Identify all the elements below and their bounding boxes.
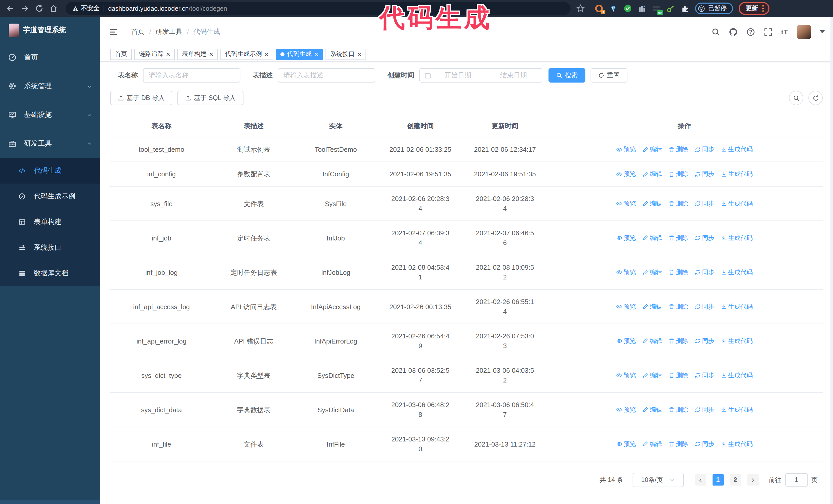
- row-action-link[interactable]: 生成代码: [720, 405, 753, 414]
- row-action-link[interactable]: 同步: [694, 199, 714, 209]
- browser-back-icon[interactable]: [6, 4, 15, 13]
- page-number-button[interactable]: 2: [730, 474, 741, 485]
- browser-home-icon[interactable]: [49, 4, 58, 13]
- tab-close-icon[interactable]: [166, 52, 170, 56]
- row-action-link[interactable]: 编辑: [642, 405, 662, 414]
- sidebar-item-db-doc[interactable]: 数据库文档: [0, 261, 100, 286]
- row-action-link[interactable]: 删除: [668, 267, 688, 277]
- row-action-link[interactable]: 删除: [668, 439, 688, 449]
- toggle-search-button[interactable]: [789, 91, 803, 105]
- security-warning[interactable]: 不安全: [72, 4, 99, 13]
- row-action-link[interactable]: 编辑: [642, 439, 662, 449]
- row-action-link[interactable]: 编辑: [642, 302, 662, 311]
- import-sql-button[interactable]: 基于 SQL 导入: [177, 91, 243, 105]
- avatar[interactable]: [797, 25, 811, 39]
- tab-close-icon[interactable]: [209, 52, 213, 56]
- sidebar-item-devtools[interactable]: 研发工具: [0, 129, 100, 158]
- row-action-link[interactable]: 生成代码: [720, 302, 753, 311]
- row-action-link[interactable]: 生成代码: [720, 267, 753, 277]
- row-action-link[interactable]: 预览: [616, 302, 636, 311]
- row-action-link[interactable]: 生成代码: [720, 199, 753, 209]
- row-action-link[interactable]: 预览: [616, 439, 636, 449]
- row-action-link[interactable]: 同步: [694, 169, 714, 179]
- profile-paused-badge[interactable]: 😲 已暂停: [695, 3, 733, 14]
- row-action-link[interactable]: 生成代码: [720, 370, 753, 380]
- row-action-link[interactable]: 预览: [616, 405, 636, 414]
- extension-columns-icon[interactable]: [638, 4, 646, 13]
- extension-key-icon[interactable]: [666, 4, 675, 13]
- tab[interactable]: 首页: [110, 48, 132, 60]
- tab[interactable]: 系统接口: [326, 48, 366, 60]
- row-action-link[interactable]: 生成代码: [720, 336, 753, 346]
- row-action-link[interactable]: 生成代码: [720, 145, 753, 154]
- browser-update-button[interactable]: 更新: [738, 2, 769, 15]
- extensions-puzzle-icon[interactable]: [681, 4, 689, 13]
- sidebar-item-form-builder[interactable]: 表单构建: [0, 209, 100, 235]
- browser-forward-icon[interactable]: [21, 4, 29, 13]
- row-action-link[interactable]: 同步: [694, 267, 714, 277]
- tab[interactable]: 链路追踪: [134, 48, 175, 60]
- reset-button[interactable]: 重置: [591, 68, 627, 82]
- tab[interactable]: 代码生成示例: [220, 48, 273, 60]
- row-action-link[interactable]: 编辑: [642, 336, 662, 346]
- sidebar-item-home[interactable]: 首页: [0, 43, 100, 72]
- sidebar-item-codegen-example[interactable]: 代码生成示例: [0, 184, 100, 209]
- sidebar-item-system[interactable]: 系统管理: [0, 72, 100, 100]
- table-name-input[interactable]: 请输入表名称: [143, 68, 240, 82]
- row-action-link[interactable]: 编辑: [642, 145, 662, 154]
- row-action-link[interactable]: 编辑: [642, 169, 662, 179]
- kebab-menu-icon[interactable]: [762, 5, 764, 12]
- import-db-button[interactable]: 基于 DB 导入: [110, 91, 172, 105]
- search-button[interactable]: 搜索: [548, 68, 586, 82]
- row-action-link[interactable]: 同步: [694, 370, 714, 380]
- help-icon[interactable]: [746, 27, 755, 36]
- refresh-table-button[interactable]: [808, 91, 823, 105]
- row-action-link[interactable]: 同步: [694, 405, 714, 414]
- row-action-link[interactable]: 删除: [668, 370, 688, 380]
- breadcrumb-home[interactable]: 首页: [131, 27, 145, 37]
- row-action-link[interactable]: 生成代码: [720, 439, 753, 449]
- row-action-link[interactable]: 编辑: [642, 370, 662, 380]
- next-page-button[interactable]: [747, 474, 758, 485]
- row-action-link[interactable]: 预览: [616, 267, 636, 277]
- font-size-icon[interactable]: tT: [781, 28, 788, 35]
- search-icon[interactable]: [711, 27, 720, 36]
- row-action-link[interactable]: 同步: [694, 233, 714, 243]
- row-action-link[interactable]: 删除: [668, 405, 688, 414]
- row-action-link[interactable]: 删除: [668, 199, 688, 209]
- extension-orange-icon[interactable]: 1: [595, 4, 603, 13]
- hamburger-icon[interactable]: [109, 28, 118, 35]
- app-logo[interactable]: 芋道管理系统: [0, 17, 100, 43]
- row-action-link[interactable]: 预览: [616, 233, 636, 243]
- avatar-caret-down-icon[interactable]: [820, 30, 825, 33]
- scrollbar[interactable]: [830, 17, 833, 504]
- tab-close-icon[interactable]: [357, 52, 361, 56]
- bookmark-star-icon[interactable]: [576, 4, 585, 13]
- row-action-link[interactable]: 生成代码: [720, 233, 753, 243]
- row-action-link[interactable]: 删除: [668, 145, 688, 154]
- row-action-link[interactable]: 预览: [616, 336, 636, 346]
- address-bar[interactable]: 不安全 dashboard.yudao.iocoder.cn/tool/code…: [66, 2, 571, 15]
- browser-reload-icon[interactable]: [35, 4, 44, 13]
- row-action-link[interactable]: 预览: [616, 370, 636, 380]
- sidebar-collapse-bar[interactable]: [0, 500, 100, 504]
- row-action-link[interactable]: 同步: [694, 439, 714, 449]
- sidebar-item-system-api[interactable]: 系统接口: [0, 235, 100, 261]
- page-size-select[interactable]: 10条/页: [632, 473, 684, 487]
- sidebar-item-infra[interactable]: 基础设施: [0, 100, 100, 129]
- row-action-link[interactable]: 编辑: [642, 233, 662, 243]
- row-action-link[interactable]: 生成代码: [720, 169, 753, 179]
- table-desc-input[interactable]: 请输入表描述: [278, 68, 375, 82]
- tab-close-icon[interactable]: [314, 52, 318, 56]
- row-action-link[interactable]: 编辑: [642, 267, 662, 277]
- tab-close-icon[interactable]: [264, 52, 269, 56]
- github-icon[interactable]: [729, 27, 737, 36]
- row-action-link[interactable]: 预览: [616, 169, 636, 179]
- sidebar-item-codegen[interactable]: 代码生成: [0, 158, 100, 184]
- tab[interactable]: 表单构建: [177, 48, 218, 60]
- breadcrumb-devtools[interactable]: 研发工具: [156, 27, 182, 37]
- row-action-link[interactable]: 删除: [668, 233, 688, 243]
- page-number-button[interactable]: 1: [712, 474, 723, 485]
- row-action-link[interactable]: 预览: [616, 199, 636, 209]
- extension-switch-icon[interactable]: on: [652, 4, 661, 13]
